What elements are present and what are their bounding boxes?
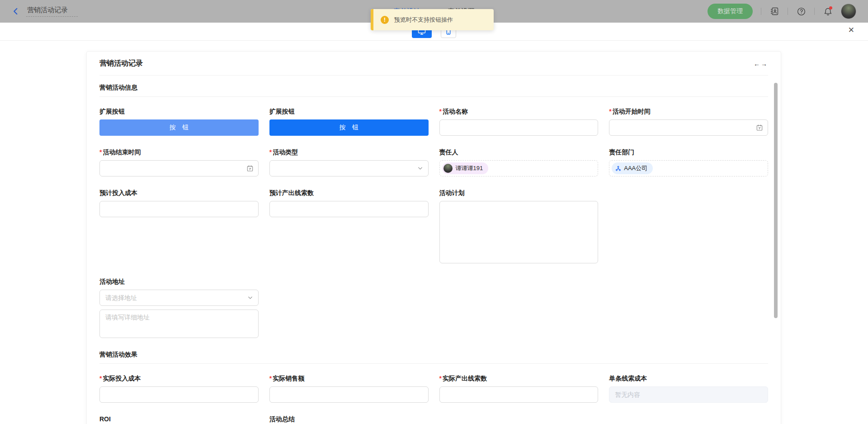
page: 营销活动记录 表单设计 表单设置 数据管理 ! 预览时不支持按	[0, 0, 868, 424]
field-label: *实际销售额	[269, 375, 429, 383]
required-asterisk: *	[439, 108, 442, 115]
field-label-text: 活动类型	[273, 148, 298, 157]
field-label-text: 单条线索成本	[609, 375, 647, 383]
field-activity-name: *活动名称	[439, 108, 599, 136]
est-cost-input[interactable]	[99, 201, 259, 217]
notification-bell-icon[interactable]	[823, 6, 833, 16]
required-asterisk: *	[269, 375, 272, 382]
field-label: 责任人	[439, 148, 599, 157]
field-label-text: 实际产出线索数	[443, 375, 487, 383]
field-label-text: 实际销售额	[273, 375, 304, 383]
field-label-text: 活动计划	[439, 189, 465, 197]
field-summary: 活动总结	[269, 415, 429, 424]
help-icon[interactable]	[796, 6, 806, 16]
address-select[interactable]	[99, 290, 259, 306]
field-activity-type: *活动类型	[269, 148, 429, 176]
plan-textarea[interactable]	[439, 201, 599, 263]
field-label: 单条线索成本	[609, 375, 768, 383]
start-time-input[interactable]	[609, 119, 768, 136]
preview-body: 营销活动记录 ←→ 营销活动信息 扩展按钮 按 钮 扩展按钮 按 钮 *活动名称	[0, 51, 868, 424]
address-select-input[interactable]	[99, 290, 259, 306]
field-label: ROI	[99, 415, 259, 423]
back-chevron-icon	[12, 7, 20, 15]
field-plan: 活动计划	[439, 189, 599, 265]
field-label: *活动类型	[269, 148, 429, 157]
field-label-text: 责任部门	[609, 148, 634, 157]
divider	[99, 363, 768, 364]
owner-chip-label: 谭谭谭191	[456, 164, 483, 172]
field-label: *活动开始时间	[609, 108, 768, 116]
field-label-text: 责任人	[439, 148, 458, 157]
field-label-text: 活动开始时间	[613, 108, 651, 116]
toast-notification: ! 预览时不支持按钮操作	[371, 9, 494, 30]
header-actions: 数据管理	[708, 4, 856, 19]
user-avatar[interactable]	[841, 4, 856, 19]
field-ext-button-2: 扩展按钮 按 钮	[269, 108, 429, 136]
field-label-text: 活动总结	[269, 415, 295, 424]
field-end-time: *活动结束时间	[99, 148, 259, 176]
department-picker[interactable]: AAA公司	[609, 160, 768, 176]
form-card: 营销活动记录 ←→ 营销活动信息 扩展按钮 按 钮 扩展按钮 按 钮 *活动名称	[86, 51, 781, 424]
field-label: *活动结束时间	[99, 148, 259, 157]
field-label: *实际产出线索数	[439, 375, 599, 383]
field-label-text: 扩展按钮	[269, 108, 295, 116]
address-book-icon[interactable]	[769, 6, 779, 16]
field-label: *实际投入成本	[99, 375, 259, 383]
department-chip-label: AAA公司	[624, 164, 647, 172]
field-label: 扩展按钮	[99, 108, 259, 116]
divider	[99, 75, 768, 76]
scrollbar-thumb[interactable]	[774, 83, 778, 318]
card-title: 营销活动记录	[99, 59, 143, 68]
field-actual-sales: *实际销售额	[269, 375, 429, 403]
extension-button-primary[interactable]: 按 钮	[269, 119, 429, 136]
form-grid-effect: *实际投入成本 *实际销售额 *实际产出线索数 单条线索成本 ROI	[99, 375, 768, 424]
warning-icon: !	[381, 16, 389, 24]
required-asterisk: *	[609, 108, 611, 115]
owner-picker[interactable]: 谭谭谭191	[439, 160, 599, 176]
field-label-text: ROI	[99, 415, 111, 423]
activity-type-select[interactable]	[269, 160, 429, 176]
address-detail-textarea[interactable]	[99, 310, 259, 338]
form-name-title[interactable]: 营销活动记录	[26, 6, 78, 17]
field-label: 预计产出线索数	[269, 189, 429, 197]
field-label: 活动总结	[269, 415, 429, 424]
est-leads-input[interactable]	[269, 201, 429, 217]
required-asterisk: *	[439, 375, 442, 382]
section-title-effect: 营销活动效果	[99, 351, 768, 359]
field-label-text: 活动地址	[99, 278, 125, 286]
card-header: 营销活动记录 ←→	[99, 52, 768, 68]
divider	[788, 8, 788, 15]
field-address: 活动地址	[99, 278, 259, 340]
date-picker	[609, 119, 768, 136]
field-label: 扩展按钮	[269, 108, 429, 116]
field-label: 活动地址	[99, 278, 259, 286]
field-est-cost: 预计投入成本	[99, 189, 259, 217]
field-label-text: 扩展按钮	[99, 108, 125, 116]
owner-avatar	[443, 164, 453, 173]
actual-cost-input[interactable]	[99, 386, 259, 403]
field-start-time: *活动开始时间	[609, 108, 768, 136]
required-asterisk: *	[99, 375, 102, 382]
activity-name-input[interactable]	[439, 119, 599, 136]
divider	[761, 8, 761, 15]
actual-sales-input[interactable]	[269, 386, 429, 403]
form-grid-info: 扩展按钮 按 钮 扩展按钮 按 钮 *活动名称 *活动开始时间	[99, 108, 768, 340]
data-manage-button[interactable]: 数据管理	[708, 4, 753, 19]
field-label-text: 活动名称	[443, 108, 468, 116]
field-est-leads: 预计产出线索数	[269, 189, 429, 217]
actual-leads-input[interactable]	[439, 386, 599, 403]
department-chip[interactable]: AAA公司	[612, 162, 653, 174]
extension-button-light[interactable]: 按 钮	[99, 119, 259, 136]
divider	[99, 96, 768, 97]
owner-chip[interactable]: 谭谭谭191	[442, 162, 489, 174]
expand-width-button[interactable]: ←→	[754, 60, 768, 67]
field-label: *活动名称	[439, 108, 599, 116]
close-preview-button[interactable]: ✕	[848, 26, 854, 34]
activity-type-input[interactable]	[269, 160, 429, 176]
toast-accent-bar	[371, 9, 373, 30]
notification-badge	[829, 6, 832, 10]
required-asterisk: *	[269, 148, 272, 156]
end-time-input[interactable]	[99, 160, 259, 176]
back-button[interactable]	[12, 7, 20, 15]
org-icon	[615, 166, 621, 172]
